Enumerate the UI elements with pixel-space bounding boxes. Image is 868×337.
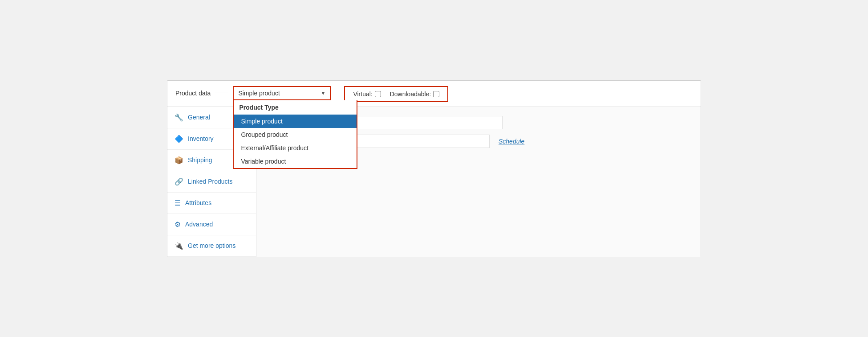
select-arrow-icon: ▼ bbox=[321, 90, 326, 96]
product-type-select-btn[interactable]: Simple product ▼ bbox=[233, 86, 331, 100]
diamond-icon: 🔷 bbox=[174, 135, 183, 143]
downloadable-label: Downloadable: bbox=[390, 90, 431, 98]
virtual-item: Virtual: bbox=[353, 90, 381, 98]
plugin-icon: 🔌 bbox=[174, 242, 183, 250]
sidebar-item-advanced[interactable]: ⚙ Advanced bbox=[167, 214, 256, 235]
sidebar-item-get-more-options[interactable]: 🔌 Get more options bbox=[167, 235, 256, 257]
product-type-select-wrapper: Simple product ▼ Product Type Simple pro… bbox=[233, 86, 331, 100]
product-data-header: Product data Simple product ▼ Product Ty… bbox=[167, 81, 701, 102]
virtual-downloadable-section: Virtual: Downloadable: bbox=[344, 86, 448, 102]
shipping-icon: 📦 bbox=[174, 156, 183, 164]
vd-box: Virtual: Downloadable: bbox=[344, 86, 448, 102]
downloadable-item: Downloadable: bbox=[390, 90, 440, 98]
left-header-section: Product data Simple product ▼ Product Ty… bbox=[175, 86, 331, 100]
sidebar-label-get-more-options: Get more options bbox=[188, 242, 235, 249]
sidebar-label-linked-products: Linked Products bbox=[188, 178, 232, 185]
sidebar-item-attributes[interactable]: ☰ Attributes bbox=[167, 193, 256, 214]
link-icon: 🔗 bbox=[174, 177, 183, 186]
select-current-value: Simple product bbox=[238, 90, 280, 97]
dropdown-item-simple[interactable]: Simple product bbox=[234, 115, 357, 128]
dropdown-item-variable[interactable]: Variable product bbox=[234, 155, 357, 168]
sidebar-item-linked-products[interactable]: 🔗 Linked Products bbox=[167, 171, 256, 193]
sidebar-label-inventory: Inventory bbox=[188, 135, 214, 142]
attributes-icon: ☰ bbox=[174, 199, 181, 207]
virtual-checkbox[interactable] bbox=[375, 91, 381, 97]
wrench-icon: 🔧 bbox=[174, 113, 183, 122]
gear-icon: ⚙ bbox=[174, 220, 181, 229]
sidebar-label-general: General bbox=[188, 114, 210, 121]
dropdown-heading: Product Type bbox=[234, 100, 357, 115]
dropdown-item-external[interactable]: External/Affiliate product bbox=[234, 141, 357, 155]
dropdown-item-grouped[interactable]: Grouped product bbox=[234, 128, 357, 141]
sidebar-label-attributes: Attributes bbox=[185, 199, 211, 206]
product-data-label: Product data bbox=[175, 86, 228, 97]
schedule-link[interactable]: Schedule bbox=[499, 138, 524, 145]
sidebar-label-shipping: Shipping bbox=[188, 156, 212, 164]
product-type-dropdown: Product Type Simple product Grouped prod… bbox=[233, 100, 357, 169]
downloadable-checkbox[interactable] bbox=[433, 91, 439, 97]
sidebar-label-advanced: Advanced bbox=[185, 221, 213, 228]
virtual-label: Virtual: bbox=[353, 90, 372, 98]
